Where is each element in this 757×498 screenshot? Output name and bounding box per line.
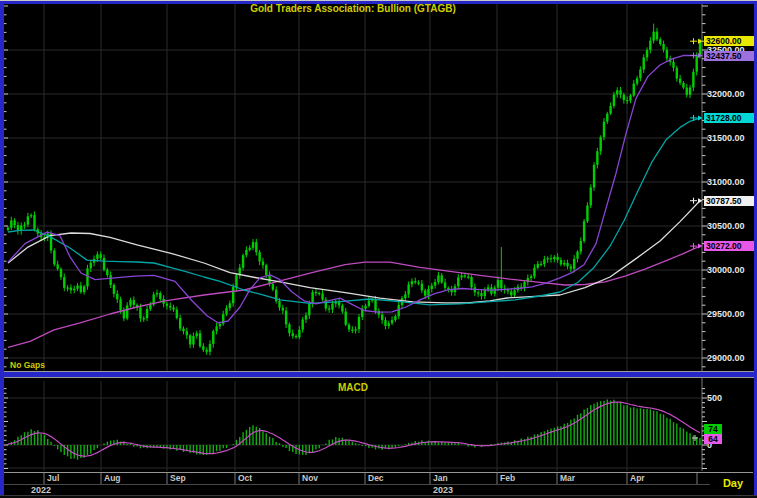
no-gaps-label: No Gaps — [10, 360, 45, 370]
price-axis-tick-label: 29500.00 — [707, 309, 745, 319]
month-label-dec: Dec — [368, 473, 384, 483]
year-label-2023: 2023 — [433, 485, 453, 495]
timeframe-label[interactable]: Day — [712, 477, 754, 489]
line-end-markers — [690, 38, 703, 441]
frame-top — [0, 1, 757, 4]
macd-badge-macd-signal-value: 64 — [704, 434, 722, 444]
month-label-nov: Nov — [302, 473, 318, 483]
month-label-mar: Mar — [560, 473, 575, 483]
price-axis-tick-label: 32000.00 — [707, 89, 745, 99]
price-axis-tick-label: 29000.00 — [707, 353, 745, 363]
year-label-2022: 2022 — [31, 485, 51, 495]
macd-signal-line — [8, 402, 700, 456]
month-label-aug: Aug — [104, 473, 121, 483]
month-label-jul: Jul — [47, 473, 59, 483]
frame-left — [0, 0, 4, 498]
price-badge-last-price: 32600.00 — [704, 36, 755, 46]
month-label-sep: Sep — [170, 473, 186, 483]
macd-title: MACD — [4, 382, 702, 393]
panel-divider-bottom-line — [4, 377, 754, 378]
chart-title: Gold Traders Association: Bullion (GTAGB… — [4, 3, 702, 14]
frame-top-highlight — [0, 0, 757, 1]
chart-canvas[interactable] — [0, 0, 757, 498]
month-label-jan: Jan — [433, 473, 448, 483]
month-label-oct: Oct — [238, 473, 252, 483]
price-axis-tick-label: 30000.00 — [707, 265, 745, 275]
price-badge-ma-fast-purple: 32437.50 — [704, 51, 755, 61]
chart-window: Gold Traders Association: Bullion (GTAGB… — [0, 0, 757, 498]
price-badge-ma-slow-white: 30787.50 — [704, 196, 755, 206]
price-axis-tick-label: 31000.00 — [707, 177, 745, 187]
price-axis-tick-label: 31500.00 — [707, 133, 745, 143]
month-label-apr: Apr — [630, 473, 645, 483]
price-badge-ma-medium-cyan: 31728.00 — [704, 113, 755, 123]
ma-slow-white-line — [8, 201, 700, 303]
price-badge-ma-long-magenta: 30272.00 — [704, 241, 755, 251]
month-label-feb: Feb — [500, 473, 515, 483]
macd-badge-macd-value: 74 — [704, 424, 722, 434]
price-axis-tick-label: 30500.00 — [707, 221, 745, 231]
macd-axis-tick-label: 500 — [707, 393, 722, 403]
